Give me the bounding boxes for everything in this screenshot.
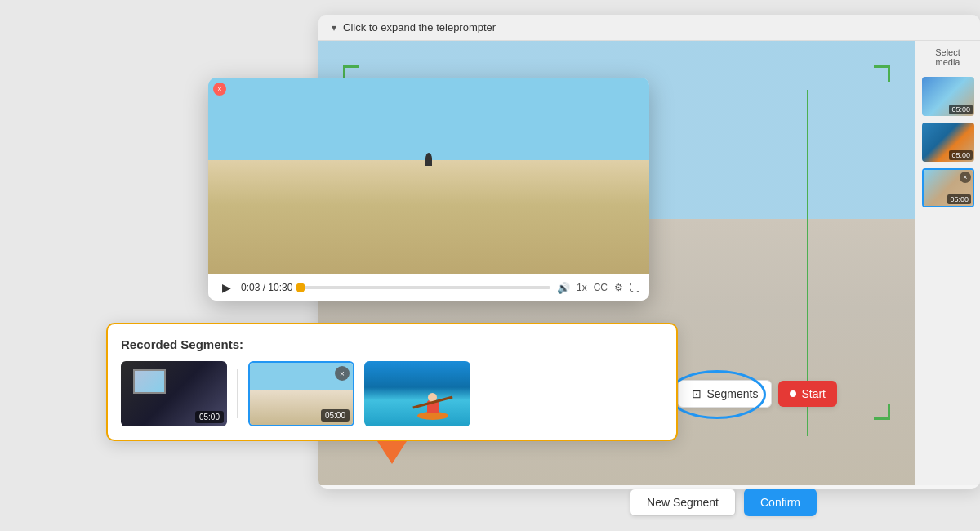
orange-arrow-pointer <box>377 441 407 464</box>
time-display: 0:03 / 10:30 <box>241 282 292 293</box>
media-thumb-1[interactable]: 05:00 <box>922 77 974 116</box>
media-thumb-1-time: 05:00 <box>949 105 973 114</box>
speed-label: 1x <box>577 282 587 293</box>
video-modal-close-button[interactable]: × <box>213 83 226 96</box>
segment-1-window <box>133 369 166 394</box>
segment-item-2[interactable]: × 05:00 <box>248 361 354 426</box>
segments-panel-title: Recorded Segments: <box>121 337 663 351</box>
segments-button-wrapper: ⊡ Segments <box>678 380 772 408</box>
new-segment-button[interactable]: New Segment <box>630 489 736 516</box>
video-controls: ▶ 0:03 / 10:30 🔊 1x CC ⚙ ⛶ <box>208 274 649 301</box>
segments-start-area: ⊡ Segments Start <box>678 380 837 408</box>
bottom-buttons: New Segment Confirm <box>630 489 817 516</box>
volume-icon[interactable]: 🔊 <box>557 282 570 294</box>
media-thumb-2[interactable]: 05:00 <box>922 123 974 162</box>
media-thumb-3[interactable]: × 05:00 <box>922 168 974 207</box>
media-thumb-3-close-icon[interactable]: × <box>960 172 971 183</box>
chevron-icon: ▾ <box>332 22 336 33</box>
segments-icon: ⊡ <box>692 387 702 400</box>
segment-2-close-icon[interactable]: × <box>335 366 350 381</box>
video-player-modal: × ▶ 0:03 / 10:30 🔊 1x CC ⚙ ⛶ <box>208 78 649 301</box>
select-media-sidebar: Select media 05:00 05:00 × 05:00 <box>915 41 980 485</box>
confirm-button[interactable]: Confirm <box>744 489 817 516</box>
segments-button[interactable]: ⊡ Segments <box>678 380 772 408</box>
cc-button[interactable]: CC <box>594 282 608 293</box>
fullscreen-button[interactable]: ⛶ <box>630 282 639 293</box>
segment-item-3[interactable] <box>364 361 470 426</box>
media-thumb-2-time: 05:00 <box>949 150 973 160</box>
teleprompter-label: Click to expand the teleprompter <box>343 21 496 33</box>
start-button[interactable]: Start <box>778 381 837 407</box>
settings-button[interactable]: ⚙ <box>614 282 623 293</box>
segments-list: 05:00 × 05:00 <box>121 361 663 426</box>
record-dot-icon <box>790 390 796 397</box>
segments-panel: Recorded Segments: 05:00 × 05:00 <box>106 323 678 441</box>
select-media-title: Select media <box>922 47 973 67</box>
segments-label: Segments <box>706 387 758 400</box>
segment-divider <box>237 369 238 418</box>
window-header: ▾ Click to expand the teleprompter <box>318 15 980 41</box>
person-silhouette <box>425 153 432 166</box>
video-preview-area <box>208 78 649 274</box>
start-label: Start <box>801 387 826 400</box>
progress-bar[interactable] <box>299 286 550 289</box>
media-thumb-3-time: 05:00 <box>947 194 971 204</box>
corner-marker-br <box>874 404 890 420</box>
segment-1-time: 05:00 <box>195 411 224 423</box>
video-landscape <box>208 78 649 274</box>
segment-2-time: 05:00 <box>321 409 350 422</box>
segment-item-1[interactable]: 05:00 <box>121 361 227 426</box>
corner-marker-tr <box>874 65 890 82</box>
progress-thumb <box>296 283 305 292</box>
play-button[interactable]: ▶ <box>218 279 234 296</box>
